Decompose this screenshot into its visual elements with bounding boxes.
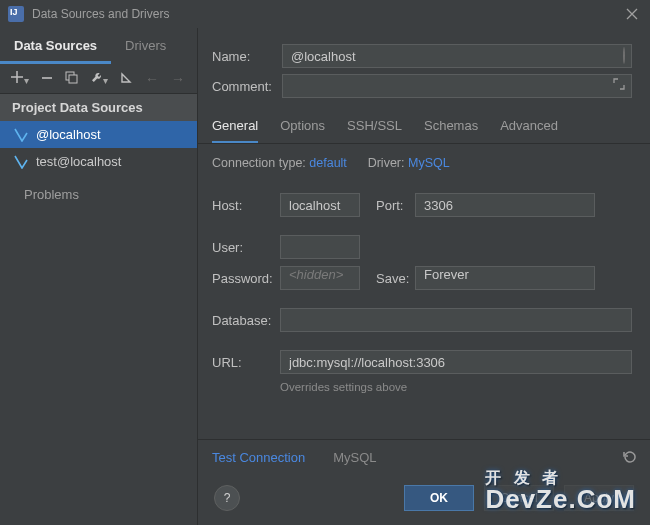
help-button[interactable]: ?	[214, 485, 240, 511]
port-input[interactable]	[415, 193, 595, 217]
settings-button[interactable]: ▾	[90, 71, 108, 87]
right-panel: Name: @localhost Comment:	[198, 28, 650, 525]
dialog-body: Data Sources Drivers ▾ ▾ ←	[0, 28, 650, 525]
tab-options[interactable]: Options	[280, 118, 325, 143]
data-sources-dialog: Data Sources and Drivers Data Sources Dr…	[0, 0, 650, 525]
problems-link[interactable]: Problems	[0, 175, 197, 214]
color-circle-icon[interactable]	[623, 48, 625, 63]
apply-button[interactable]: Apply	[564, 485, 634, 511]
make-global-button[interactable]	[120, 71, 133, 87]
header-form: Name: @localhost Comment:	[198, 28, 650, 108]
user-label: User:	[212, 240, 280, 255]
user-input[interactable]	[280, 235, 360, 259]
db-icon	[14, 155, 28, 169]
ok-button[interactable]: OK	[404, 485, 474, 511]
comment-label: Comment:	[212, 79, 282, 94]
left-toolbar: ▾ ▾ ← →	[0, 64, 197, 94]
tab-schemas[interactable]: Schemas	[424, 118, 478, 143]
copy-icon	[65, 71, 78, 84]
expand-icon[interactable]	[613, 78, 625, 93]
save-label: Save:	[360, 271, 415, 286]
tab-data-sources[interactable]: Data Sources	[0, 28, 111, 64]
host-input[interactable]	[280, 193, 360, 217]
minus-icon	[41, 72, 53, 84]
database-input[interactable]	[280, 308, 632, 332]
window-title: Data Sources and Drivers	[32, 7, 169, 21]
driver-value[interactable]: MySQL	[408, 156, 450, 170]
tab-drivers[interactable]: Drivers	[111, 28, 180, 64]
revert-button[interactable]	[622, 450, 636, 467]
database-label: Database:	[212, 313, 280, 328]
revert-icon	[622, 450, 636, 464]
next-button[interactable]: →	[171, 71, 185, 87]
url-label: URL:	[212, 355, 280, 370]
duplicate-button[interactable]	[65, 71, 78, 87]
test-connection-link[interactable]: Test Connection	[212, 450, 305, 467]
remove-button[interactable]	[41, 71, 53, 87]
db-icon	[14, 128, 28, 142]
driver-link[interactable]: MySQL	[333, 450, 376, 467]
plus-icon	[10, 70, 24, 84]
url-hint: Overrides settings above	[280, 381, 632, 393]
password-label: Password:	[212, 271, 280, 286]
name-label: Name:	[212, 49, 282, 64]
app-icon	[8, 6, 24, 22]
prev-button[interactable]: ←	[145, 71, 159, 87]
close-button[interactable]	[622, 4, 642, 24]
close-icon	[626, 8, 638, 20]
name-value: @localhost	[291, 49, 356, 64]
general-form: Host: Port: User: Password: <hidden> Sav…	[198, 182, 650, 403]
datasource-test-localhost[interactable]: test@localhost	[0, 148, 197, 175]
comment-field[interactable]	[282, 74, 632, 98]
wrench-icon	[90, 71, 103, 84]
host-label: Host:	[212, 198, 280, 213]
add-button[interactable]: ▾	[10, 70, 29, 87]
url-input[interactable]	[280, 350, 632, 374]
connection-type-line: Connection type: default Driver: MySQL	[198, 144, 650, 182]
datasource-localhost[interactable]: @localhost	[0, 121, 197, 148]
svg-rect-1	[69, 75, 77, 83]
name-field[interactable]: @localhost	[282, 44, 632, 68]
tab-advanced[interactable]: Advanced	[500, 118, 558, 143]
connection-type-label: Connection type:	[212, 156, 306, 170]
datasource-label: @localhost	[36, 127, 101, 142]
datasource-label: test@localhost	[36, 154, 121, 169]
detail-tabs: General Options SSH/SSL Schemas Advanced	[198, 108, 650, 144]
left-tabs: Data Sources Drivers	[0, 28, 197, 64]
left-panel: Data Sources Drivers ▾ ▾ ←	[0, 28, 198, 525]
titlebar: Data Sources and Drivers	[0, 0, 650, 28]
driver-label: Driver:	[368, 156, 405, 170]
save-dropdown[interactable]: Forever	[415, 266, 595, 290]
password-input[interactable]: <hidden>	[280, 266, 360, 290]
dialog-buttons: ? OK Cancel Apply	[198, 477, 650, 525]
tab-ssh-ssl[interactable]: SSH/SSL	[347, 118, 402, 143]
connection-type-value[interactable]: default	[309, 156, 347, 170]
cancel-button[interactable]: Cancel	[484, 485, 554, 511]
footer-links: Test Connection MySQL	[198, 439, 650, 477]
port-label: Port:	[360, 198, 415, 213]
angle-icon	[120, 71, 133, 84]
project-data-sources-header: Project Data Sources	[0, 94, 197, 121]
tab-general[interactable]: General	[212, 118, 258, 143]
